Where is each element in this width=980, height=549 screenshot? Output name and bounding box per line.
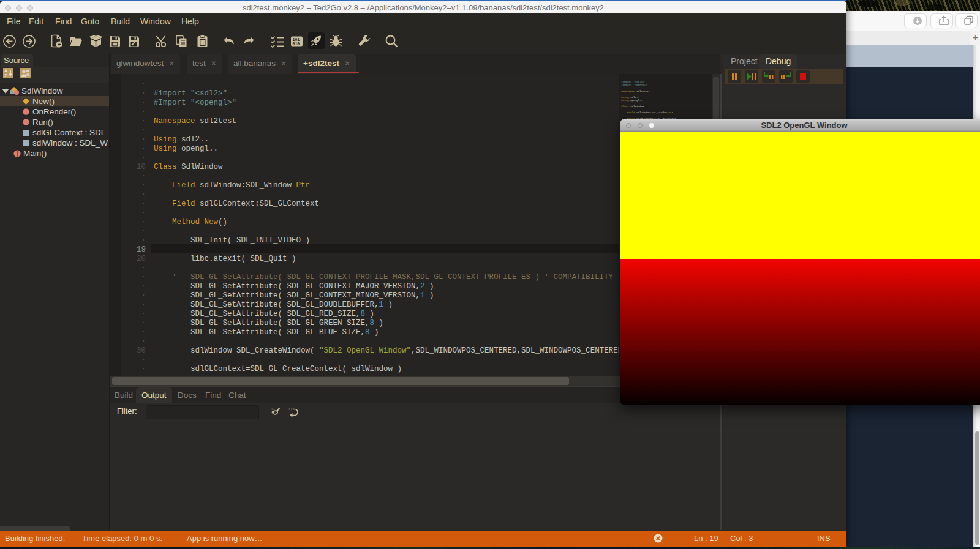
svg-text:A: A xyxy=(4,69,7,73)
svg-text:Z: Z xyxy=(4,73,7,78)
svg-text:010: 010 xyxy=(293,42,300,47)
svg-text:101: 101 xyxy=(293,38,300,42)
